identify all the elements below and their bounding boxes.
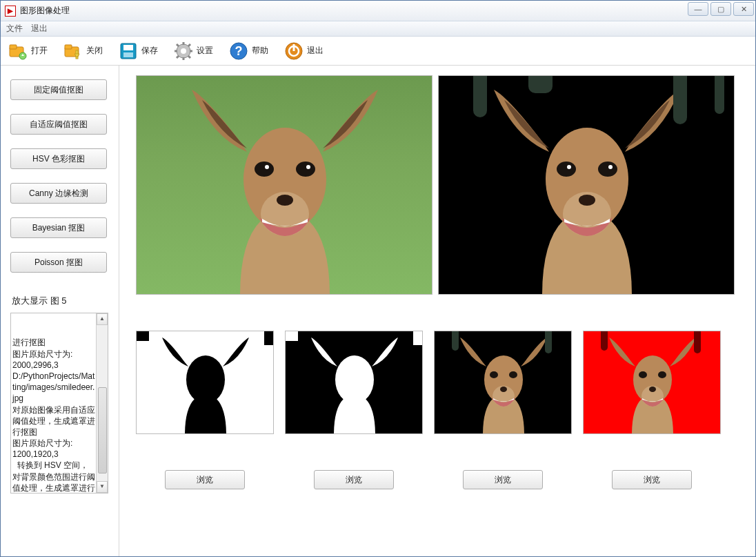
window-controls: ― ▢ ✕ (688, 2, 754, 16)
toolbar-open-button[interactable]: 打开 (8, 41, 48, 61)
svg-point-36 (608, 165, 613, 169)
svg-point-47 (509, 371, 517, 378)
svg-point-10 (181, 48, 186, 54)
thumbnail-4 (583, 331, 721, 434)
svg-point-51 (639, 371, 647, 378)
title-bar: ▶ 图形图像处理 ― ▢ ✕ (1, 1, 755, 21)
body-area: 固定阈值抠图 自适应阈值抠图 HSV 色彩抠图 Canny 边缘检测 Bayes… (1, 66, 755, 556)
toolbar-settings-button[interactable]: 设置 (173, 41, 213, 61)
processed-image (438, 75, 735, 295)
svg-rect-1 (10, 45, 17, 49)
sidebar-btn-adaptive-threshold[interactable]: 自适应阈值抠图 (10, 114, 107, 135)
minimize-button[interactable]: ― (688, 2, 708, 16)
thumbnail-2 (285, 331, 423, 434)
svg-line-17 (177, 56, 179, 58)
power-icon (284, 41, 304, 61)
svg-point-26 (255, 162, 274, 177)
log-text: 进行抠图 图片原始尺寸为: 2000,2996,3 D:/PythonProje… (12, 337, 108, 494)
zoom-display-label: 放大显示 图 5 (10, 292, 112, 310)
browse-button-3[interactable]: 浏览 (463, 470, 543, 489)
browse-button-2[interactable]: 浏览 (314, 470, 394, 489)
toolbar-help-label: 帮助 (252, 45, 268, 57)
sidebar: 固定阈值抠图 自适应阈值抠图 HSV 色彩抠图 Canny 边缘检测 Bayes… (1, 66, 119, 556)
help-icon: ? (228, 41, 249, 61)
svg-line-16 (188, 56, 190, 58)
browse-button-4[interactable]: 浏览 (612, 470, 692, 489)
svg-rect-39 (137, 331, 149, 341)
svg-text:?: ? (235, 44, 243, 58)
svg-rect-43 (413, 331, 423, 345)
sidebar-btn-poisson[interactable]: Poisson 抠图 (10, 252, 107, 273)
close-window-button[interactable]: ✕ (733, 2, 754, 16)
scroll-up-icon[interactable]: ▲ (97, 313, 108, 325)
scroll-thumb[interactable] (98, 387, 107, 473)
toolbar-help-button[interactable]: ? 帮助 (228, 41, 268, 61)
toolbar-close-button[interactable]: 关闭 (63, 41, 103, 61)
window-title: 图形图像处理 (20, 5, 70, 17)
toolbar-close-label: 关闭 (86, 45, 103, 57)
menu-exit[interactable]: 退出 (31, 23, 48, 35)
log-textarea[interactable]: 进行抠图 图片原始尺寸为: 2000,2996,3 D:/PythonProje… (10, 313, 108, 494)
toolbar-exit-label: 退出 (307, 45, 324, 57)
main-content: 浏览 浏览 (119, 66, 755, 556)
svg-point-33 (557, 162, 576, 177)
save-icon (118, 41, 139, 61)
thumb-cell-3: 浏览 (434, 331, 572, 489)
thumb-cell-1: 浏览 (136, 331, 274, 489)
svg-point-35 (567, 165, 571, 169)
toolbar: 打开 关闭 保存 设置 ? 帮助 (1, 37, 755, 66)
browse-button-1[interactable]: 浏览 (165, 470, 245, 489)
sidebar-btn-hsv-color[interactable]: HSV 色彩抠图 (10, 148, 107, 169)
toolbar-save-button[interactable]: 保存 (118, 41, 158, 61)
svg-rect-23 (293, 44, 295, 51)
scroll-track[interactable] (97, 325, 108, 481)
svg-line-18 (188, 44, 190, 46)
svg-line-15 (177, 44, 179, 46)
thumbnail-row: 浏览 浏览 (136, 331, 742, 489)
original-image (136, 75, 432, 295)
scroll-down-icon[interactable]: ▼ (97, 481, 108, 493)
toolbar-open-label: 打开 (31, 45, 48, 57)
gear-icon (173, 41, 194, 61)
folder-close-icon (63, 41, 83, 61)
svg-rect-8 (123, 52, 133, 57)
sidebar-btn-fixed-threshold[interactable]: 固定阈值抠图 (10, 79, 107, 100)
sidebar-btn-canny-edge[interactable]: Canny 边缘检测 (10, 183, 107, 204)
thumbnail-1 (136, 331, 274, 434)
toolbar-settings-label: 设置 (197, 45, 213, 57)
svg-rect-7 (123, 45, 133, 50)
svg-point-28 (265, 165, 269, 169)
app-window: ▶ 图形图像处理 ― ▢ ✕ 文件 退出 打开 关闭 保 (0, 0, 756, 557)
large-image-row (136, 75, 742, 295)
deer-original-svg (137, 76, 432, 295)
svg-rect-42 (286, 331, 298, 341)
svg-point-52 (658, 371, 666, 378)
sidebar-btn-bayesian[interactable]: Bayesian 抠图 (10, 217, 107, 238)
sidebar-buttons: 固定阈值抠图 自适应阈值抠图 HSV 色彩抠图 Canny 边缘检测 Bayes… (10, 79, 112, 273)
artifact-drip (673, 76, 687, 124)
svg-point-37 (579, 195, 595, 206)
svg-point-38 (186, 355, 225, 404)
maximize-button[interactable]: ▢ (710, 2, 731, 16)
svg-point-48 (500, 387, 507, 392)
toolbar-exit-button[interactable]: 退出 (284, 41, 324, 61)
thumb-cell-2: 浏览 (285, 331, 423, 489)
svg-point-46 (490, 371, 498, 378)
svg-point-41 (335, 355, 374, 404)
svg-rect-40 (264, 331, 274, 345)
svg-rect-4 (65, 45, 72, 49)
svg-point-30 (277, 195, 293, 206)
svg-point-34 (598, 162, 617, 177)
svg-point-27 (296, 162, 315, 177)
menu-bar: 文件 退出 (1, 21, 755, 37)
thumb-cell-4: 浏览 (583, 331, 721, 489)
svg-point-53 (649, 387, 656, 392)
artifact-drip (528, 76, 553, 93)
artifact-drip (473, 76, 487, 117)
artifact-drip (715, 76, 724, 114)
svg-point-29 (306, 165, 310, 169)
scrollbar[interactable]: ▲ ▼ (96, 313, 108, 493)
app-icon: ▶ (5, 6, 16, 17)
thumbnail-3 (434, 331, 572, 434)
menu-file[interactable]: 文件 (6, 23, 23, 35)
